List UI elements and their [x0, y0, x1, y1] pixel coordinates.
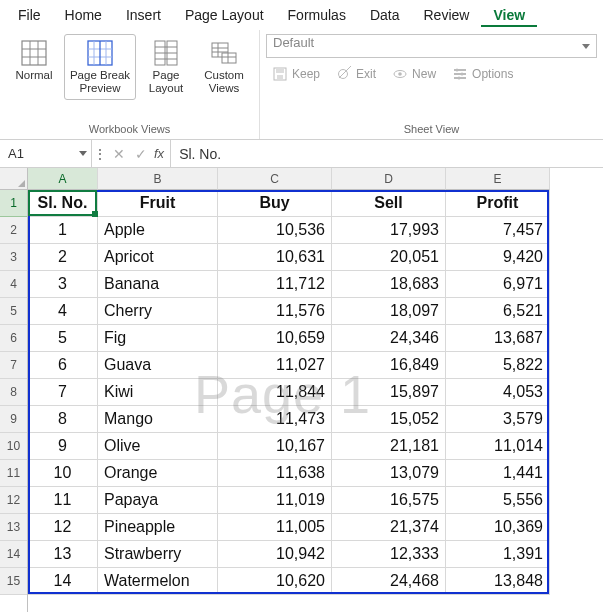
cell-B8[interactable]: Kiwi — [98, 379, 218, 406]
cell-A9[interactable]: 8 — [28, 406, 98, 433]
column-header-A[interactable]: A — [28, 168, 98, 190]
custom-views-button[interactable]: Custom Views — [196, 34, 252, 100]
cell-C7[interactable]: 11,027 — [218, 352, 332, 379]
menu-item-page-layout[interactable]: Page Layout — [173, 3, 276, 27]
cell-D7[interactable]: 16,849 — [332, 352, 446, 379]
cell-D4[interactable]: 18,683 — [332, 271, 446, 298]
cell-C3[interactable]: 10,631 — [218, 244, 332, 271]
cell-E10[interactable]: 11,014 — [446, 433, 550, 460]
cell-D9[interactable]: 15,052 — [332, 406, 446, 433]
cell-B7[interactable]: Guava — [98, 352, 218, 379]
cell-E13[interactable]: 10,369 — [446, 514, 550, 541]
menu-item-data[interactable]: Data — [358, 3, 412, 27]
cell-C14[interactable]: 10,942 — [218, 541, 332, 568]
row-header-7[interactable]: 7 — [0, 352, 27, 379]
cell-E14[interactable]: 1,391 — [446, 541, 550, 568]
cell-E1[interactable]: Profit — [446, 190, 550, 217]
cell-D14[interactable]: 12,333 — [332, 541, 446, 568]
row-header-4[interactable]: 4 — [0, 271, 27, 298]
cell-B4[interactable]: Banana — [98, 271, 218, 298]
column-header-C[interactable]: C — [218, 168, 332, 190]
exit-button[interactable]: Exit — [332, 64, 380, 84]
column-header-B[interactable]: B — [98, 168, 218, 190]
menu-item-home[interactable]: Home — [53, 3, 114, 27]
cell-A15[interactable]: 14 — [28, 568, 98, 595]
menu-item-formulas[interactable]: Formulas — [276, 3, 358, 27]
column-header-D[interactable]: D — [332, 168, 446, 190]
cell-C6[interactable]: 10,659 — [218, 325, 332, 352]
select-all-corner[interactable] — [0, 168, 27, 190]
row-header-5[interactable]: 5 — [0, 298, 27, 325]
cell-B11[interactable]: Orange — [98, 460, 218, 487]
cell-E2[interactable]: 7,457 — [446, 217, 550, 244]
cell-E12[interactable]: 5,556 — [446, 487, 550, 514]
row-header-2[interactable]: 2 — [0, 217, 27, 244]
cell-C10[interactable]: 10,167 — [218, 433, 332, 460]
row-header-6[interactable]: 6 — [0, 325, 27, 352]
cell-C4[interactable]: 11,712 — [218, 271, 332, 298]
row-header-9[interactable]: 9 — [0, 406, 27, 433]
cell-E8[interactable]: 4,053 — [446, 379, 550, 406]
cell-E15[interactable]: 13,848 — [446, 568, 550, 595]
cell-A14[interactable]: 13 — [28, 541, 98, 568]
formula-input[interactable]: Sl. No. — [170, 140, 603, 167]
cells-area[interactable]: Page 1 Sl. No.FruitBuySellProfit1Apple10… — [28, 190, 603, 595]
row-header-13[interactable]: 13 — [0, 514, 27, 541]
cell-C5[interactable]: 11,576 — [218, 298, 332, 325]
cell-B2[interactable]: Apple — [98, 217, 218, 244]
cell-E6[interactable]: 13,687 — [446, 325, 550, 352]
fx-label[interactable]: fx — [152, 146, 170, 161]
menu-item-file[interactable]: File — [6, 3, 53, 27]
cell-A1[interactable]: Sl. No. — [28, 190, 98, 217]
cell-B10[interactable]: Olive — [98, 433, 218, 460]
cell-A6[interactable]: 5 — [28, 325, 98, 352]
cell-B9[interactable]: Mango — [98, 406, 218, 433]
cell-C2[interactable]: 10,536 — [218, 217, 332, 244]
cell-E9[interactable]: 3,579 — [446, 406, 550, 433]
cell-C12[interactable]: 11,019 — [218, 487, 332, 514]
cell-A8[interactable]: 7 — [28, 379, 98, 406]
cancel-formula-button[interactable]: ✕ — [108, 146, 130, 162]
cell-D8[interactable]: 15,897 — [332, 379, 446, 406]
cell-D5[interactable]: 18,097 — [332, 298, 446, 325]
cell-D15[interactable]: 24,468 — [332, 568, 446, 595]
row-header-14[interactable]: 14 — [0, 541, 27, 568]
cell-B5[interactable]: Cherry — [98, 298, 218, 325]
cell-A2[interactable]: 1 — [28, 217, 98, 244]
cell-B15[interactable]: Watermelon — [98, 568, 218, 595]
cell-C13[interactable]: 11,005 — [218, 514, 332, 541]
cell-D13[interactable]: 21,374 — [332, 514, 446, 541]
row-header-15[interactable]: 15 — [0, 568, 27, 595]
cell-C1[interactable]: Buy — [218, 190, 332, 217]
cell-D11[interactable]: 13,079 — [332, 460, 446, 487]
cell-D6[interactable]: 24,346 — [332, 325, 446, 352]
cell-D3[interactable]: 20,051 — [332, 244, 446, 271]
menu-item-review[interactable]: Review — [412, 3, 482, 27]
cell-C9[interactable]: 11,473 — [218, 406, 332, 433]
row-header-10[interactable]: 10 — [0, 433, 27, 460]
cell-E11[interactable]: 1,441 — [446, 460, 550, 487]
cell-E3[interactable]: 9,420 — [446, 244, 550, 271]
cell-B14[interactable]: Strawberry — [98, 541, 218, 568]
cell-A12[interactable]: 11 — [28, 487, 98, 514]
cell-C11[interactable]: 11,638 — [218, 460, 332, 487]
cell-C8[interactable]: 11,844 — [218, 379, 332, 406]
cell-E7[interactable]: 5,822 — [446, 352, 550, 379]
cell-B13[interactable]: Pineapple — [98, 514, 218, 541]
accept-formula-button[interactable]: ✓ — [130, 146, 152, 162]
cell-A5[interactable]: 4 — [28, 298, 98, 325]
sheet-view-dropdown[interactable]: Default — [266, 34, 597, 58]
row-header-12[interactable]: 12 — [0, 487, 27, 514]
cell-B1[interactable]: Fruit — [98, 190, 218, 217]
page-break-preview-button[interactable]: Page Break Preview — [64, 34, 136, 100]
menu-item-view[interactable]: View — [481, 3, 537, 27]
options-button[interactable]: Options — [448, 64, 517, 84]
cell-A13[interactable]: 12 — [28, 514, 98, 541]
cell-D10[interactable]: 21,181 — [332, 433, 446, 460]
row-header-3[interactable]: 3 — [0, 244, 27, 271]
cell-B6[interactable]: Fig — [98, 325, 218, 352]
cell-C15[interactable]: 10,620 — [218, 568, 332, 595]
cell-E4[interactable]: 6,971 — [446, 271, 550, 298]
row-header-8[interactable]: 8 — [0, 379, 27, 406]
cell-D1[interactable]: Sell — [332, 190, 446, 217]
